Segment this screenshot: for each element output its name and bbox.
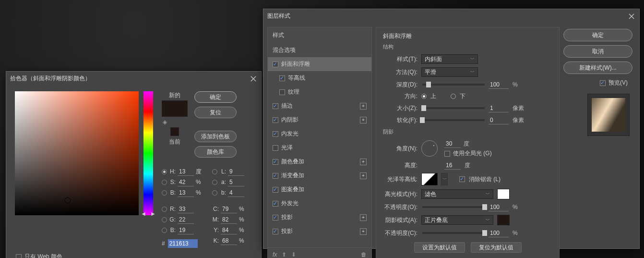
bc-input[interactable] — [178, 226, 194, 234]
add-icon[interactable]: + — [360, 228, 367, 235]
global-light-checkbox[interactable] — [444, 151, 450, 157]
drop-shadow-item-2[interactable]: 投影+ — [268, 224, 371, 238]
gradient-overlay-item[interactable]: 渐变叠加+ — [268, 169, 371, 183]
add-icon[interactable]: + — [360, 214, 367, 221]
b-input[interactable] — [228, 188, 244, 197]
inner-glow-item[interactable]: 内发光 — [268, 127, 371, 141]
contour-checkbox[interactable] — [279, 75, 285, 81]
antialias-checkbox[interactable] — [459, 176, 465, 182]
drop-shadow-checkbox[interactable] — [273, 229, 278, 234]
g-radio[interactable] — [162, 217, 167, 222]
hex-input[interactable] — [168, 239, 198, 248]
add-icon[interactable]: + — [360, 117, 367, 123]
reset-button[interactable]: 复位 — [194, 107, 237, 118]
highlight-opacity-slider[interactable] — [422, 206, 485, 208]
l-radio[interactable] — [212, 169, 217, 174]
shadow-opacity-slider[interactable] — [422, 232, 485, 234]
style-select[interactable]: 内斜面﹀ — [421, 54, 478, 64]
y-input[interactable] — [221, 226, 237, 234]
color-overlay-item[interactable]: 颜色叠加+ — [268, 155, 371, 169]
preview-checkbox[interactable] — [600, 80, 606, 86]
depth-slider[interactable] — [422, 84, 485, 86]
satin-checkbox[interactable] — [273, 145, 278, 151]
new-style-button[interactable]: 新建样式(W)... — [563, 61, 632, 74]
arrow-down-icon[interactable]: ⬇ — [291, 251, 296, 258]
inner-shadow-item[interactable]: 内阴影+ — [268, 113, 371, 127]
texture-checkbox[interactable] — [279, 89, 285, 95]
b-radio[interactable] — [212, 190, 217, 196]
color-overlay-checkbox[interactable] — [273, 159, 278, 165]
pattern-overlay-checkbox[interactable] — [273, 187, 278, 193]
gamut-color-swatch[interactable] — [170, 127, 179, 136]
drop-shadow-item-1[interactable]: 投影+ — [268, 210, 371, 224]
a-input[interactable] — [228, 178, 244, 186]
add-icon[interactable]: + — [360, 103, 367, 110]
color-picker-titlebar[interactable]: 拾色器（斜面和浮雕阴影颜色） — [6, 72, 261, 86]
stroke-item[interactable]: 描边+ — [268, 99, 371, 113]
blend-options-item[interactable]: 混合选项 — [268, 43, 371, 57]
layer-style-titlebar[interactable]: 图层样式 — [263, 9, 639, 23]
size-input[interactable] — [489, 104, 509, 112]
shadow-mode-select[interactable]: 正片叠底﹀ — [421, 215, 493, 225]
soften-slider[interactable] — [422, 119, 485, 121]
hue-slider[interactable]: ◄► — [143, 91, 153, 215]
inner-shadow-checkbox[interactable] — [273, 117, 278, 123]
h-input[interactable] — [178, 167, 194, 176]
chevron-down-icon[interactable]: ﹀ — [441, 173, 448, 185]
cancel-button[interactable]: 取消 — [563, 45, 632, 58]
arrow-up-icon[interactable]: ⬆ — [282, 251, 286, 258]
outer-glow-checkbox[interactable] — [273, 201, 278, 207]
direction-up-radio[interactable] — [421, 94, 427, 99]
ok-button[interactable]: 确定 — [563, 29, 632, 41]
styles-header[interactable]: 样式 — [268, 27, 371, 43]
close-icon[interactable] — [628, 12, 635, 20]
bv-radio[interactable] — [162, 190, 167, 196]
outer-glow-item[interactable]: 外发光 — [268, 197, 371, 210]
altitude-input[interactable] — [444, 161, 461, 170]
satin-item[interactable]: 光泽 — [268, 141, 371, 155]
add-icon[interactable]: + — [360, 172, 367, 179]
size-slider[interactable] — [422, 107, 485, 109]
sv-cursor[interactable] — [65, 198, 70, 203]
stroke-checkbox[interactable] — [273, 103, 278, 109]
bv-input[interactable] — [178, 188, 194, 197]
l-input[interactable] — [228, 167, 244, 176]
highlight-opacity-input[interactable] — [489, 203, 509, 211]
bevel-item[interactable]: 斜面和浮雕 — [268, 57, 371, 71]
texture-item[interactable]: 纹理 — [268, 85, 371, 99]
k-input[interactable] — [221, 236, 237, 245]
drop-shadow-checkbox[interactable] — [273, 215, 278, 221]
depth-input[interactable] — [489, 80, 509, 89]
gloss-contour-picker[interactable] — [421, 173, 438, 185]
technique-select[interactable]: 平滑﹀ — [421, 67, 478, 77]
h-radio[interactable] — [162, 169, 167, 174]
a-radio[interactable] — [212, 180, 217, 185]
r-radio[interactable] — [162, 207, 167, 212]
web-only-checkbox[interactable] — [16, 254, 22, 258]
angle-input[interactable] — [444, 139, 461, 148]
direction-down-radio[interactable] — [451, 94, 456, 99]
add-icon[interactable]: + — [360, 159, 367, 165]
color-libraries-button[interactable]: 颜色库 — [194, 146, 237, 158]
highlight-color-swatch[interactable] — [497, 189, 510, 199]
add-swatch-button[interactable]: 添加到色板 — [194, 131, 237, 142]
angle-wheel[interactable] — [421, 140, 438, 157]
trash-icon[interactable]: 🗑 — [361, 251, 367, 258]
soften-input[interactable] — [489, 116, 509, 124]
reset-default-button[interactable]: 复位为默认值 — [471, 242, 522, 253]
s-radio[interactable] — [162, 180, 167, 185]
fx-icon[interactable]: fx — [273, 251, 277, 258]
shadow-color-swatch[interactable] — [497, 215, 510, 225]
s-input[interactable] — [178, 178, 194, 186]
g-input[interactable] — [178, 215, 194, 224]
close-icon[interactable] — [250, 75, 257, 83]
r-input[interactable] — [178, 205, 194, 213]
saturation-value-field[interactable] — [15, 91, 139, 215]
shadow-opacity-input[interactable] — [489, 229, 509, 237]
contour-item[interactable]: 等高线 — [268, 71, 371, 85]
gradient-overlay-checkbox[interactable] — [273, 173, 278, 179]
inner-glow-checkbox[interactable] — [273, 131, 278, 137]
gamut-warning-icon[interactable]: ◈ — [163, 119, 167, 125]
highlight-mode-select[interactable]: 滤色﹀ — [421, 189, 493, 199]
bc-radio[interactable] — [162, 228, 167, 233]
